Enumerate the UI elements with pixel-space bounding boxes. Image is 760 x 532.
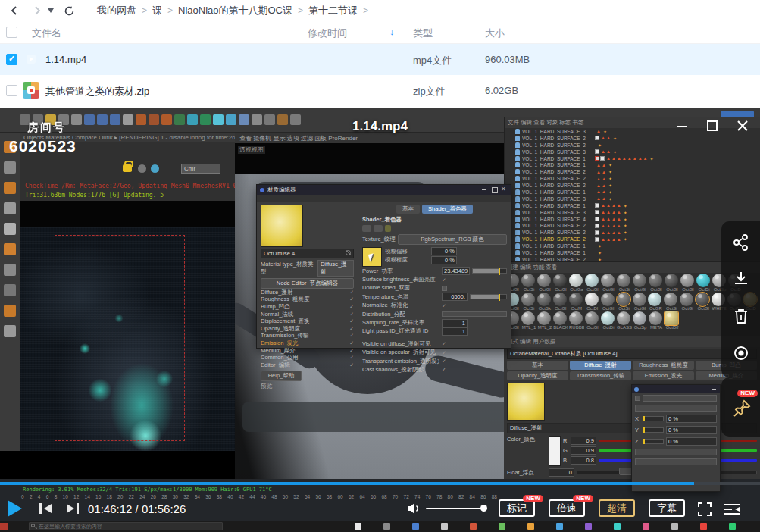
taskbar-app-icon[interactable]: [614, 523, 621, 530]
float-value: 0: [549, 468, 574, 477]
material-label: OctGl: [680, 306, 695, 311]
volume-icon[interactable]: [406, 502, 421, 518]
viewport-menu: 查看 摄像机 显示 选项 过滤 面板 ProRender: [235, 133, 504, 143]
object-material-chips: [595, 224, 599, 228]
subtitle-button[interactable]: 字幕: [649, 499, 685, 517]
taskbar-search-input[interactable]: [29, 522, 223, 530]
attribute-tabs: 基本Diffuse_漫射Roughness_粗糙度Bump_凹凸Opacity_…: [507, 361, 757, 380]
channel-label: Transmission_传输: [261, 332, 349, 340]
object-name: VOL_1_HARD_SURFACE_1: [522, 203, 595, 208]
breadcrumb-item[interactable]: 我的网盘: [97, 4, 136, 17]
taskbar-app-icon[interactable]: [441, 523, 448, 530]
sort-descending-icon[interactable]: ↓: [389, 26, 395, 37]
column-modified[interactable]: 修改时间: [308, 27, 347, 40]
dialog-toolbar: [257, 195, 511, 202]
fullscreen-icon[interactable]: [697, 502, 712, 520]
object-spark: ✦: [608, 196, 612, 202]
taskbar-app-icon[interactable]: [643, 523, 649, 530]
render-log-line-1: CheckTime /Rm: MetaFace:2/Geo, Updating …: [25, 183, 235, 189]
render-status-line: Rendering: 3.01% Meshes:32/4 Tris:191 S/…: [23, 487, 272, 493]
taskbar-app-icon[interactable]: [383, 523, 390, 530]
taskbar-app-icon[interactable]: [527, 523, 534, 530]
material-label: OctDif: [665, 325, 680, 330]
object-name: VOL_1_HARD_SURFACE_2: [522, 136, 595, 141]
column-size[interactable]: 大小: [485, 27, 505, 40]
field-value: 1: [442, 319, 468, 327]
history-caret-icon[interactable]: [47, 2, 55, 19]
file-row-zip[interactable]: 其他管道之类的素材.zip zip文件 6.02GB: [0, 75, 760, 106]
playlist-icon[interactable]: [723, 502, 741, 520]
object-row: VOL_1_HARD_SURFACE_1▲▲▲▲▲▲▲▲✦: [505, 155, 760, 162]
material-sphere: [649, 274, 662, 287]
mark-label: 标记: [507, 502, 527, 514]
back-icon[interactable]: [6, 2, 23, 19]
breadcrumb-item[interactable]: NiaoNiao的第十八期OC课: [178, 4, 292, 17]
file-size: 6.02GB: [485, 85, 518, 96]
trash-icon[interactable]: [732, 307, 750, 328]
file-name[interactable]: 其他管道之类的素材.zip: [45, 85, 149, 99]
previous-icon[interactable]: [39, 502, 55, 515]
volume-slider-handle[interactable]: [480, 505, 487, 512]
refresh-icon[interactable]: [61, 2, 77, 19]
volume-slider[interactable]: [426, 508, 483, 509]
material-label: OctSk: [537, 306, 552, 311]
material-label: OctGl: [537, 287, 552, 292]
subtitle-label: 字幕: [657, 502, 677, 514]
share-icon[interactable]: [732, 233, 750, 255]
speed-button[interactable]: 倍速NEW: [549, 499, 585, 517]
breadcrumb-item[interactable]: 第十二节课: [308, 4, 358, 17]
forward-icon[interactable]: [29, 2, 45, 19]
next-icon[interactable]: [64, 502, 79, 515]
field-value: 0 %: [431, 247, 457, 255]
row-checkbox-checked[interactable]: [6, 54, 17, 65]
color-swatch-yellow: [362, 247, 382, 267]
quality-button[interactable]: 超清: [599, 499, 635, 517]
column-filename[interactable]: 文件名: [32, 27, 61, 40]
object-triangles: ▲▲▲▲: [601, 203, 622, 208]
taskbar-app-icon[interactable]: [355, 523, 361, 530]
object-name: VOL_1_HARD_SURFACE_2: [522, 230, 595, 235]
taskbar-app-icon[interactable]: [556, 523, 563, 530]
object-spark: ✦: [608, 176, 612, 181]
object-row: VOL_1_HARD_SURFACE_2▲▲✦: [505, 135, 760, 142]
record-icon[interactable]: [732, 344, 750, 365]
object-name: VOL_1_HARD_SURFACE_1: [522, 162, 595, 167]
breadcrumb-item[interactable]: 课: [152, 4, 162, 17]
taskbar-app-icon[interactable]: [412, 523, 419, 530]
coordinate-value: 0 %: [666, 415, 717, 423]
field-check: [442, 302, 446, 309]
taskbar-app-icon[interactable]: [700, 523, 707, 530]
object-triangles: ▲▲: [596, 183, 607, 188]
minimize-icon[interactable]: [672, 116, 692, 136]
select-all-checkbox[interactable]: [6, 27, 17, 38]
taskbar-app-icon[interactable]: [585, 523, 592, 530]
close-icon[interactable]: [733, 116, 752, 136]
seek-bar[interactable]: [0, 482, 760, 485]
object-icon: [515, 243, 520, 249]
coordinate-row: Y0 %: [632, 424, 720, 436]
download-icon[interactable]: [732, 270, 750, 291]
channel-row: Common_公用✓: [261, 354, 354, 361]
taskbar-app-icon[interactable]: [499, 523, 505, 530]
object-spark: ✦: [624, 236, 627, 242]
window-controls: [672, 116, 752, 136]
object-name: VOL_1_HARD_SURFACE_2: [522, 142, 595, 148]
screen: 我的网盘>课>NiaoNiao的第十八期OC课>第十二节课> 文件名 修改时间 …: [0, 0, 760, 532]
file-name[interactable]: 1.14.mp4: [45, 54, 86, 65]
play-icon[interactable]: [8, 500, 22, 517]
file-row-mp4[interactable]: 1.14.mp4 mp4文件 960.03MB: [0, 44, 760, 75]
taskbar-app-icon[interactable]: [0, 523, 8, 530]
taskbar-app-icon[interactable]: [470, 523, 477, 530]
channel-check: ✓: [349, 289, 354, 296]
taskbar-app-icon[interactable]: [729, 523, 736, 530]
material-swatch: OctGl: [537, 274, 552, 292]
maximize-icon[interactable]: [702, 116, 722, 136]
pin-icon[interactable]: [732, 399, 752, 421]
material-sphere: [633, 274, 646, 287]
taskbar-app-icon[interactable]: [671, 523, 678, 530]
object-icon: [515, 196, 520, 202]
column-type[interactable]: 类型: [413, 27, 433, 40]
row-checkbox[interactable]: [6, 85, 17, 96]
dialog-minimize-icon: [481, 186, 488, 193]
mark-button[interactable]: 标记NEW: [499, 499, 535, 517]
